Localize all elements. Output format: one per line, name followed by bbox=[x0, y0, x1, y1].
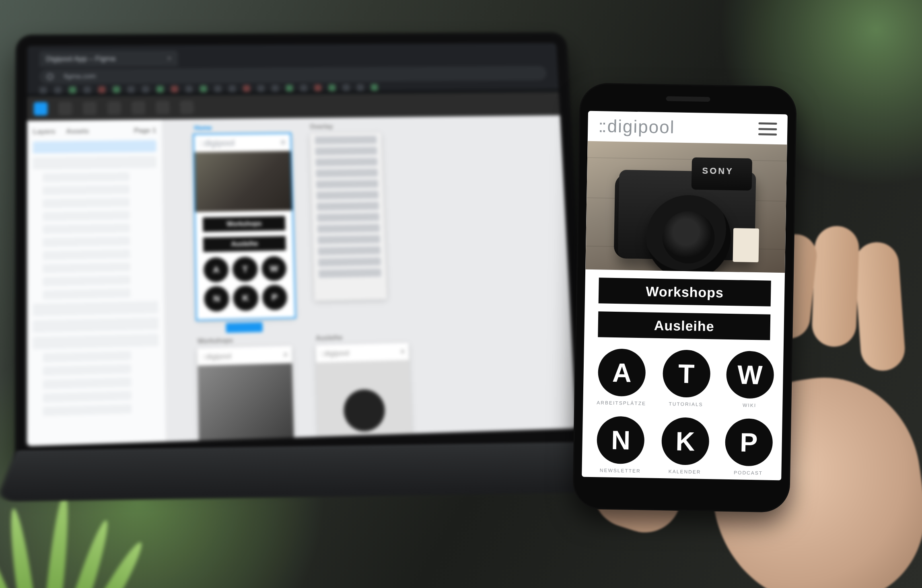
mini-tile: K bbox=[233, 286, 258, 311]
ausleihe-button[interactable]: Ausleihe bbox=[598, 311, 770, 340]
figma-app: Layers Assets Page 1 Home ::digipool ≡ bbox=[27, 93, 576, 446]
mini-tile: N bbox=[204, 286, 229, 311]
layer-row[interactable] bbox=[43, 236, 130, 247]
figma-layers-panel[interactable]: Layers Assets Page 1 bbox=[27, 119, 166, 446]
tile-coin: W bbox=[726, 351, 774, 399]
hamburger-icon: ≡ bbox=[280, 137, 286, 148]
figma-shape-tool[interactable] bbox=[83, 101, 97, 115]
app-brand[interactable]: ::digipool bbox=[598, 116, 675, 137]
artboard-workshops[interactable]: Workshops ::digipool≡ bbox=[198, 346, 295, 446]
photo-scene: Digipool App – Figma × figma.com bbox=[0, 0, 922, 588]
tile-coin: P bbox=[724, 418, 773, 467]
tab-title: Digipool App – Figma bbox=[46, 54, 115, 63]
laptop-keyboard-base bbox=[0, 442, 614, 502]
laptop-screen: Digipool App – Figma × figma.com bbox=[27, 43, 576, 446]
mini-brand: ::digipool bbox=[199, 138, 235, 149]
tile-grid: AARBEITSPLÄTZETTUTORIALSWWIKINNEWSLETTER… bbox=[582, 337, 784, 481]
figma-text-tool[interactable] bbox=[132, 101, 146, 115]
layer-row[interactable] bbox=[43, 391, 132, 403]
layer-row[interactable] bbox=[43, 288, 131, 299]
figma-canvas[interactable]: Home ::digipool ≡ Workshops Ausleihe ATW… bbox=[162, 115, 576, 442]
layer-row[interactable] bbox=[33, 317, 158, 333]
mini-hero-image bbox=[194, 151, 292, 212]
mini-tile: T bbox=[233, 257, 258, 282]
phone-screen: ::digipool SONY Workshops Ausleihe bbox=[582, 111, 788, 481]
artboard-label: Overlay bbox=[310, 123, 333, 130]
browser-tab[interactable]: Digipool App – Figma × bbox=[39, 50, 178, 67]
tile-label: NEWSLETTER bbox=[600, 467, 641, 474]
layer-row[interactable] bbox=[43, 172, 130, 182]
layer-row[interactable] bbox=[43, 185, 130, 195]
mini-tile: W bbox=[261, 256, 287, 282]
tile-coin: A bbox=[598, 348, 646, 397]
mini-tile: A bbox=[204, 257, 229, 282]
tile-newsletter[interactable]: NNEWSLETTER bbox=[595, 416, 646, 474]
selection-size-indicator bbox=[226, 322, 263, 333]
mini-ausleihe-button: Ausleihe bbox=[203, 236, 286, 252]
hamburger-icon: ≡ bbox=[283, 350, 288, 359]
tile-tutorials[interactable]: TTUTORIALS bbox=[662, 350, 710, 407]
artboard-label: Home bbox=[194, 124, 212, 132]
figma-hand-tool[interactable] bbox=[156, 101, 170, 115]
brand-text: digipool bbox=[607, 116, 675, 137]
hamburger-menu-icon[interactable] bbox=[758, 122, 777, 136]
layer-row[interactable] bbox=[43, 275, 131, 286]
layer-row[interactable] bbox=[43, 262, 130, 273]
tile-coin: T bbox=[662, 350, 710, 398]
artboard-home[interactable]: Home ::digipool ≡ Workshops Ausleihe ATW… bbox=[194, 134, 295, 320]
brand-prefix: :: bbox=[598, 116, 605, 136]
phone-speaker bbox=[666, 96, 710, 102]
artboard-overlay[interactable]: Overlay bbox=[310, 133, 387, 300]
layer-row[interactable] bbox=[43, 404, 132, 416]
figma-pen-tool[interactable] bbox=[107, 101, 121, 115]
layer-row[interactable] bbox=[43, 364, 132, 376]
figma-frame-tool[interactable] bbox=[58, 102, 72, 115]
figma-move-tool[interactable] bbox=[34, 102, 48, 116]
layer-row[interactable] bbox=[33, 301, 158, 316]
tile-label: TUTORIALS bbox=[669, 401, 703, 407]
layer-row[interactable] bbox=[33, 140, 156, 153]
layer-row[interactable] bbox=[43, 378, 132, 389]
layer-row[interactable] bbox=[43, 249, 130, 260]
tile-wiki[interactable]: WWIKI bbox=[726, 351, 774, 409]
url-text: figma.com bbox=[64, 72, 96, 80]
layer-row[interactable] bbox=[43, 351, 132, 363]
layers-tab[interactable]: Layers bbox=[33, 127, 56, 136]
close-tab-icon[interactable]: × bbox=[167, 54, 171, 62]
laptop: Digipool App – Figma × figma.com bbox=[15, 32, 589, 463]
app-header: ::digipool bbox=[588, 111, 788, 144]
page-selector[interactable]: Page 1 bbox=[134, 127, 156, 135]
tile-label: PODCAST bbox=[734, 470, 763, 476]
figma-comment-tool[interactable] bbox=[180, 101, 193, 114]
artboard-label: Workshops bbox=[198, 337, 233, 345]
assets-tab[interactable]: Assets bbox=[66, 127, 89, 136]
mini-brand: ::digipool bbox=[202, 352, 231, 361]
layer-row[interactable] bbox=[33, 334, 159, 350]
layer-row[interactable] bbox=[43, 224, 130, 234]
hero-image: SONY bbox=[585, 141, 787, 273]
workshops-button[interactable]: Workshops bbox=[599, 278, 771, 306]
tile-coin: K bbox=[661, 417, 709, 465]
url-bar[interactable]: figma.com bbox=[39, 66, 547, 84]
tile-arbeitsplätze[interactable]: AARBEITSPLÄTZE bbox=[597, 348, 647, 406]
mini-workshops-button: Workshops bbox=[203, 216, 285, 232]
layer-row[interactable] bbox=[43, 198, 130, 208]
camera-brand-label: SONY bbox=[702, 165, 734, 176]
mini-photo bbox=[316, 360, 412, 445]
artboard-label: Ausleihe bbox=[315, 334, 342, 342]
tile-label: KALENDER bbox=[669, 469, 701, 475]
tile-label: ARBEITSPLÄTZE bbox=[597, 400, 646, 406]
tile-label: WIKI bbox=[743, 403, 756, 409]
mini-tile: P bbox=[262, 285, 287, 310]
tile-coin: N bbox=[597, 416, 645, 464]
tile-kalender[interactable]: KKALENDER bbox=[661, 417, 709, 475]
hamburger-icon: ≡ bbox=[400, 347, 405, 356]
artboard-ausleihe[interactable]: Ausleihe ::digipool≡ bbox=[316, 343, 413, 446]
camera-inventory-tag bbox=[733, 228, 759, 262]
mini-photo bbox=[198, 363, 294, 446]
smartphone: ::digipool SONY Workshops Ausleihe bbox=[572, 82, 797, 512]
layer-row[interactable] bbox=[33, 156, 157, 170]
layer-row[interactable] bbox=[43, 211, 130, 221]
browser-chrome: Digipool App – Figma × figma.com bbox=[27, 43, 558, 93]
tile-podcast[interactable]: PPODCAST bbox=[724, 418, 773, 476]
